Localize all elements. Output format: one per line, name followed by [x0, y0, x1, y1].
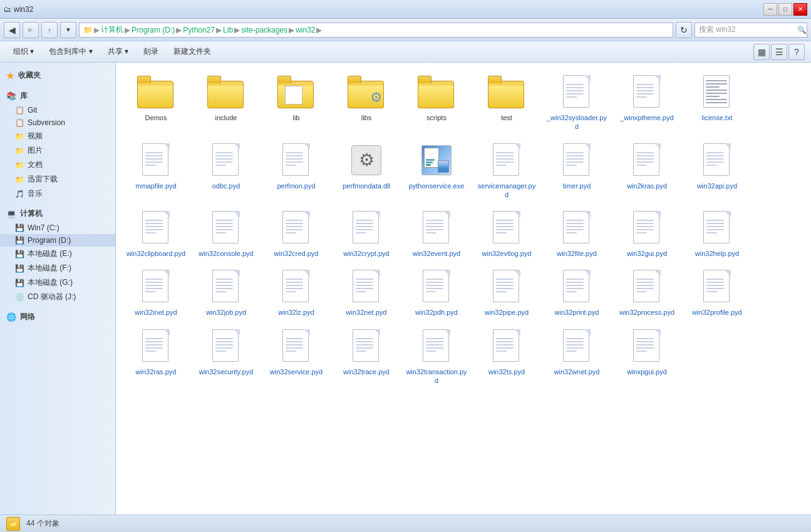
path-computer[interactable]: 计算机	[101, 24, 123, 35]
computer-section: 💻 计算机 💾 Win7 (C:) 💾 Program (D:) 💾 本地磁盘 …	[0, 206, 115, 304]
file-item[interactable]: win32help.pyd	[683, 205, 751, 261]
network-header[interactable]: 🌐 网络	[0, 309, 115, 325]
file-icon	[487, 209, 527, 247]
file-item[interactable]: pythonservice.exe	[403, 137, 470, 203]
file-label: win32trace.pyd	[343, 367, 390, 376]
file-item[interactable]: win32transaction.pyd	[403, 323, 470, 389]
file-icon	[276, 73, 316, 111]
drive-d-label: Program (D:)	[28, 236, 71, 245]
file-item[interactable]: win32net.pyd	[333, 263, 400, 320]
view-icon-button[interactable]: ▦	[753, 44, 770, 60]
file-item[interactable]: license.txt	[683, 69, 751, 135]
file-label: win32pipe.pyd	[485, 308, 529, 317]
dropdown-button[interactable]: ▼	[60, 22, 76, 38]
file-item[interactable]: _winxptheme.pyd	[613, 69, 681, 135]
sidebar-item-e[interactable]: 💾 本地磁盘 (E:)	[0, 247, 115, 261]
maximize-button[interactable]: □	[778, 3, 792, 16]
sidebar-item-git[interactable]: 📋 Git	[0, 104, 115, 116]
search-input[interactable]	[695, 26, 797, 34]
sidebar-item-c[interactable]: 💾 Win7 (C:)	[0, 222, 115, 234]
file-item[interactable]: win32ras.pyd	[122, 323, 190, 389]
share-button[interactable]: 共享 ▾	[101, 44, 135, 60]
sidebar-item-subversion[interactable]: 📋 Subversion	[0, 116, 115, 129]
file-item[interactable]: win32ts.pyd	[473, 323, 540, 389]
file-item[interactable]: win32service.pyd	[262, 323, 330, 389]
sidebar-item-document[interactable]: 📁 文档	[0, 158, 115, 172]
help-button[interactable]: ?	[788, 44, 805, 60]
file-item[interactable]: win32clipboard.pyd	[122, 205, 190, 261]
organize-button[interactable]: 组织 ▾	[6, 44, 41, 60]
view-list-button[interactable]: ☰	[771, 44, 787, 60]
file-item[interactable]: odbc.pyd	[192, 137, 260, 203]
file-item[interactable]: win32job.pyd	[192, 263, 260, 320]
file-item[interactable]: _win32sysloader.pyd	[543, 69, 611, 135]
sidebar-item-j[interactable]: 💿 CD 驱动器 (J:)	[0, 290, 115, 304]
file-item[interactable]: win32api.pyd	[683, 137, 751, 203]
file-item[interactable]: win32wnet.pyd	[543, 323, 611, 389]
file-item[interactable]: win32event.pyd	[403, 205, 470, 261]
file-item[interactable]: win32profile.pyd	[683, 263, 751, 320]
file-item[interactable]: perfmon.pyd	[262, 137, 330, 203]
file-item[interactable]: win32gui.pyd	[613, 205, 681, 261]
file-item[interactable]: Demos	[122, 69, 190, 135]
path-lib[interactable]: Lib	[223, 26, 233, 34]
computer-header[interactable]: 💻 计算机	[0, 206, 115, 222]
burn-button[interactable]: 刻录	[137, 44, 165, 60]
sidebar-item-d[interactable]: 💾 Program (D:)	[0, 234, 115, 247]
file-item[interactable]: servicemanager.pyd	[473, 137, 540, 203]
file-icon	[416, 141, 457, 179]
sidebar-item-f[interactable]: 💾 本地磁盘 (F:)	[0, 261, 115, 275]
path-win32[interactable]: win32	[296, 26, 315, 34]
sidebar-item-picture[interactable]: 📁 图片	[0, 143, 115, 158]
file-item[interactable]: mmapfile.pyd	[122, 137, 190, 203]
file-item[interactable]: scripts	[403, 69, 470, 135]
refresh-button[interactable]: ↻	[676, 22, 692, 38]
file-item[interactable]: win32cred.pyd	[262, 205, 330, 261]
minimize-button[interactable]: ─	[763, 3, 777, 16]
file-item[interactable]: win32console.pyd	[192, 205, 260, 261]
include-library-button[interactable]: 包含到库中 ▾	[42, 44, 99, 60]
path-python27[interactable]: Python27	[183, 26, 215, 34]
file-icon	[276, 209, 316, 247]
sidebar-item-video[interactable]: 📁 视频	[0, 129, 115, 143]
file-item[interactable]: win32print.pyd	[543, 263, 611, 320]
library-header[interactable]: 📚 库	[0, 88, 115, 104]
search-button[interactable]: 🔍	[797, 23, 807, 37]
sidebar-item-thunder[interactable]: 📁 迅雷下载	[0, 172, 115, 187]
back-button[interactable]: ◀	[4, 22, 20, 38]
close-button[interactable]: ✕	[793, 3, 807, 16]
forward-button[interactable]: ▶	[23, 22, 39, 38]
up-button[interactable]: ↑	[41, 22, 58, 38]
file-item[interactable]: win32inet.pyd	[122, 263, 190, 320]
file-icon	[136, 141, 176, 179]
file-item[interactable]: lib	[262, 69, 330, 135]
sidebar-item-g[interactable]: 💾 本地磁盘 (G:)	[0, 275, 115, 290]
new-folder-button[interactable]: 新建文件夹	[167, 44, 218, 60]
path-d[interactable]: Program (D:)	[132, 26, 175, 34]
file-item[interactable]: win32lz.pyd	[262, 263, 330, 320]
file-item[interactable]: test	[473, 69, 540, 135]
favorites-header[interactable]: ★ 收藏夹	[0, 68, 115, 83]
file-icon	[487, 327, 527, 365]
file-item[interactable]: win32pipe.pyd	[473, 263, 540, 320]
file-item[interactable]: win32pdh.pyd	[403, 263, 470, 320]
file-item[interactable]: ⚙libs	[333, 69, 400, 135]
drive-c-label: Win7 (C:)	[28, 223, 59, 232]
file-item[interactable]: ⚙perfmondata.dll	[333, 137, 400, 203]
path-sitepackages[interactable]: site-packages	[241, 26, 287, 34]
drive-c-icon: 💾	[15, 223, 24, 232]
file-item[interactable]: include	[192, 69, 260, 135]
file-item[interactable]: win32crypt.pyd	[333, 205, 400, 261]
address-path[interactable]: 📁 ▶ 计算机 ▶ Program (D:) ▶ Python27 ▶ Lib …	[79, 23, 673, 38]
file-item[interactable]: win32trace.pyd	[333, 323, 400, 389]
computer-icon: 💻	[6, 209, 16, 218]
file-item[interactable]: win32file.pyd	[543, 205, 611, 261]
file-label: Demos	[145, 113, 167, 122]
file-item[interactable]: win32security.pyd	[192, 323, 260, 389]
sidebar-item-music[interactable]: 🎵 音乐	[0, 187, 115, 201]
file-item[interactable]: win2kras.pyd	[613, 137, 681, 203]
file-item[interactable]: timer.pyd	[543, 137, 611, 203]
file-item[interactable]: win32process.pyd	[613, 263, 681, 320]
file-item[interactable]: winxpgui.pyd	[613, 323, 681, 389]
file-item[interactable]: win32evtlog.pyd	[473, 205, 540, 261]
